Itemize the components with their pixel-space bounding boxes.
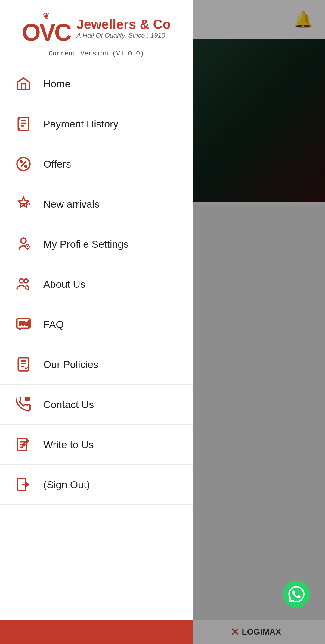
- nav-item-about-us[interactable]: About Us: [0, 264, 193, 304]
- svg-point-8: [24, 279, 28, 283]
- nav-label-about-us: About Us: [43, 278, 85, 290]
- nav-label-faq: FAQ: [43, 319, 64, 330]
- contact-icon: ✉: [14, 395, 32, 413]
- ovc-logo: ❦ OVC: [22, 12, 70, 45]
- policies-icon: [14, 355, 32, 373]
- brand-name: Jewellers & Co: [76, 17, 171, 32]
- nav-label-write-to-us: Write to Us: [43, 439, 94, 451]
- svg-point-2: [20, 161, 22, 163]
- svg-point-7: [20, 279, 23, 283]
- nav-label-our-policies: Our Policies: [43, 359, 98, 370]
- drawer-footer: [0, 620, 193, 644]
- new-badge-icon: NEW: [14, 195, 32, 213]
- version-text: Current Version (V1.0.0): [49, 50, 144, 58]
- nav-item-offers[interactable]: Offers: [0, 144, 193, 184]
- nav-item-profile-settings[interactable]: My Profile Settings: [0, 224, 193, 264]
- svg-point-3: [25, 165, 26, 167]
- nav-item-new-arrivals[interactable]: NEW New arrivals: [0, 184, 193, 224]
- drawer-header: ❦ OVC Jewellers & Co A Hall Of Quality, …: [0, 0, 193, 64]
- svg-text:NEW: NEW: [21, 202, 30, 206]
- brand-tagline: A Hall Of Quality, Since : 1910: [76, 32, 171, 39]
- faq-icon: FAQ: [14, 315, 32, 333]
- nav-label-new-arrivals: New arrivals: [43, 198, 100, 210]
- nav-item-sign-out[interactable]: (Sign Out): [0, 465, 193, 505]
- nav-label-profile-settings: My Profile Settings: [43, 238, 128, 250]
- write-icon: [14, 435, 32, 454]
- logo-row: ❦ OVC Jewellers & Co A Hall Of Quality, …: [22, 12, 171, 45]
- nav-item-write-to-us[interactable]: Write to Us: [0, 425, 193, 465]
- nav-item-faq[interactable]: FAQ FAQ: [0, 304, 193, 344]
- whatsapp-fab-button[interactable]: [283, 581, 310, 608]
- percent-icon: [14, 155, 32, 173]
- brand-text-group: Jewellers & Co A Hall Of Quality, Since …: [76, 17, 171, 39]
- nav-label-home: Home: [43, 78, 71, 90]
- nav-item-payment-history[interactable]: Payment History: [0, 104, 193, 144]
- nav-item-our-policies[interactable]: Our Policies: [0, 344, 193, 385]
- receipt-icon: [14, 115, 32, 133]
- nav-label-offers: Offers: [43, 158, 71, 170]
- home-icon: [14, 75, 32, 93]
- nav-label-payment-history: Payment History: [43, 118, 118, 130]
- nav-list: Home Payment History: [0, 64, 193, 620]
- sign-out-icon: [14, 476, 32, 494]
- svg-point-5: [21, 238, 26, 243]
- nav-label-contact-us: Contact Us: [43, 399, 94, 410]
- svg-text:✉: ✉: [26, 397, 28, 401]
- nav-item-contact-us[interactable]: ✉ Contact Us: [0, 385, 193, 425]
- nav-label-sign-out: (Sign Out): [43, 479, 90, 491]
- ovc-text: OVC: [22, 20, 70, 45]
- nav-item-home[interactable]: Home: [0, 64, 193, 104]
- about-icon: [14, 275, 32, 293]
- navigation-drawer: ❦ OVC Jewellers & Co A Hall Of Quality, …: [0, 0, 193, 644]
- profile-settings-icon: [14, 235, 32, 253]
